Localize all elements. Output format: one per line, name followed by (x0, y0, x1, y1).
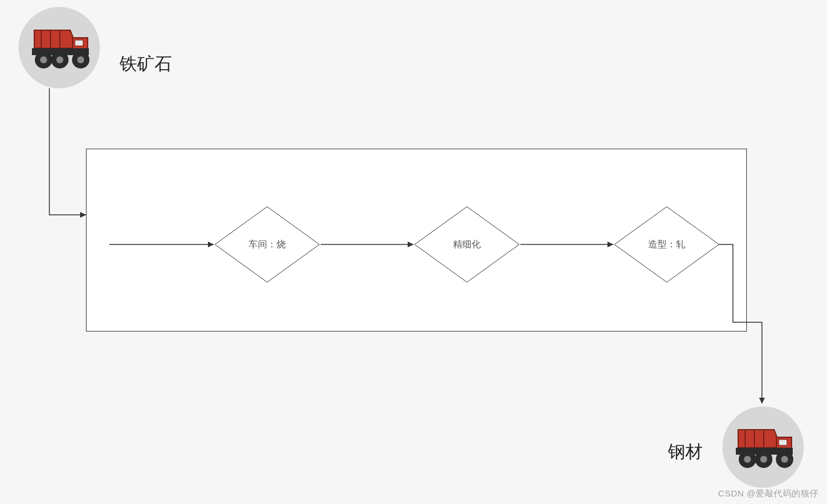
svg-point-24 (744, 456, 751, 463)
watermark: CSDN @爱敲代码的狼仔 (718, 488, 819, 499)
input-truck-icon (19, 7, 100, 88)
input-label: 铁矿石 (120, 52, 172, 76)
diamond-step1-label: 车间：烧 (218, 207, 317, 282)
svg-point-26 (760, 456, 767, 463)
svg-rect-5 (75, 40, 83, 46)
diamond-step2-label: 精细化 (418, 207, 516, 282)
diamond-step3-label: 造型：轧 (617, 207, 716, 282)
dump-truck-icon (27, 21, 91, 74)
output-truck-icon (722, 406, 804, 488)
diamond-step1-wrap: 车间：烧 (218, 207, 317, 282)
svg-point-8 (40, 56, 47, 63)
svg-point-28 (781, 456, 788, 463)
diamond-step2-wrap: 精细化 (418, 207, 516, 282)
svg-point-12 (77, 56, 84, 63)
svg-rect-21 (779, 440, 787, 445)
dump-truck-icon (731, 421, 795, 473)
diagram-canvas: 铁矿石 车间：烧 精细化 造型：轧 (0, 0, 827, 504)
output-label: 钢材 (668, 440, 703, 464)
svg-point-10 (56, 56, 63, 63)
diamond-step3-wrap: 造型：轧 (617, 207, 716, 282)
